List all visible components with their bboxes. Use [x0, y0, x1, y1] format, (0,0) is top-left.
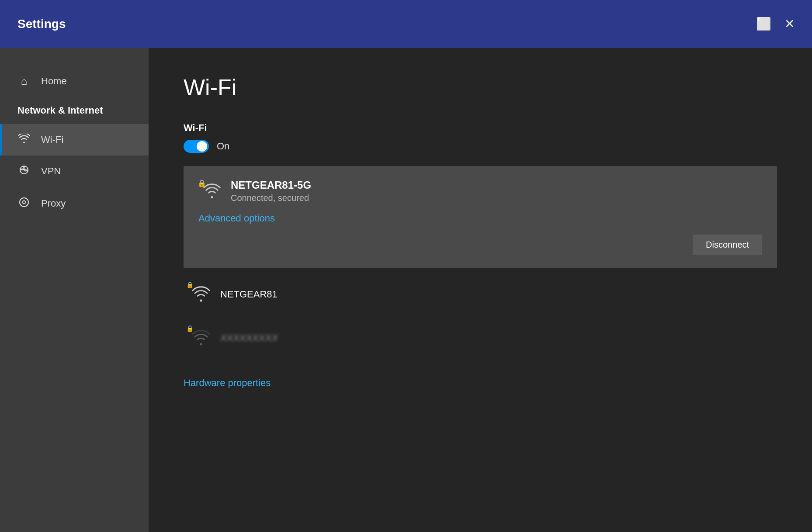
network-card-header: 🔒 NETGEAR81-5G Connected, secured [198, 179, 762, 203]
lock-icon-2: 🔒 [186, 281, 194, 288]
sidebar-item-wifi[interactable]: Wi-Fi [0, 124, 149, 155]
app-title: Settings [17, 17, 66, 31]
connected-network-name: NETGEAR81-5G [231, 179, 311, 191]
disconnect-row: Disconnect [198, 235, 762, 255]
wifi-toggle-label: Wi-Fi [184, 122, 777, 134]
wifi-toggle-switch[interactable] [184, 140, 209, 153]
connected-network-card: 🔒 NETGEAR81-5G Connected, secured Advanc… [184, 166, 777, 268]
close-icon: ✕ [784, 17, 795, 31]
connected-network-icon: 🔒 [198, 180, 221, 203]
page-title: Wi-Fi [184, 74, 777, 100]
wifi-nav-icon [17, 134, 31, 146]
app-body: ⌂ Home Network & Internet Wi-Fi [0, 48, 812, 532]
home-icon: ⌂ [17, 75, 31, 87]
connected-network-status: Connected, secured [231, 193, 311, 203]
sidebar-item-vpn[interactable]: VPN [0, 155, 149, 187]
title-bar-controls: ⬜ ✕ [756, 18, 795, 30]
sidebar-wifi-label: Wi-Fi [41, 134, 63, 145]
sidebar-home-label: Home [41, 76, 67, 87]
sidebar-item-proxy[interactable]: Proxy [0, 187, 149, 220]
sidebar-section-label: Network & Internet [0, 97, 149, 124]
restore-icon: ⬜ [756, 17, 771, 31]
other-network-2-icon: 🔒 [188, 327, 211, 349]
toggle-state-label: On [217, 141, 229, 152]
restore-button[interactable]: ⬜ [756, 18, 771, 30]
title-bar: Settings ⬜ ✕ [0, 0, 812, 48]
other-network-1[interactable]: 🔒 NETGEAR81 [184, 273, 777, 316]
other-network-1-name: NETGEAR81 [220, 289, 278, 300]
sidebar: ⌂ Home Network & Internet Wi-Fi [0, 48, 149, 532]
svg-point-3 [23, 201, 26, 204]
connected-network-info: NETGEAR81-5G Connected, secured [231, 179, 311, 203]
toggle-row: On [184, 140, 777, 153]
vpn-icon [17, 165, 31, 177]
other-network-1-icon: 🔒 [188, 283, 211, 306]
other-network-2[interactable]: 🔒 XXXXXXXXX [184, 316, 777, 360]
advanced-options-link[interactable]: Advanced options [198, 213, 275, 224]
hardware-properties-link[interactable]: Hardware properties [184, 377, 271, 389]
sidebar-vpn-label: VPN [41, 166, 61, 177]
close-button[interactable]: ✕ [784, 18, 795, 30]
svg-point-2 [20, 198, 28, 207]
main-content: Wi-Fi Wi-Fi On 🔒 [149, 48, 812, 532]
toggle-knob [197, 141, 207, 152]
lock-icon: 🔒 [198, 179, 206, 187]
proxy-icon [17, 197, 31, 211]
other-network-2-name: XXXXXXXXX [220, 332, 278, 344]
sidebar-item-home[interactable]: ⌂ Home [0, 66, 149, 97]
wifi-toggle-section: Wi-Fi On [184, 122, 777, 153]
disconnect-button[interactable]: Disconnect [693, 235, 762, 255]
sidebar-proxy-label: Proxy [41, 198, 66, 209]
